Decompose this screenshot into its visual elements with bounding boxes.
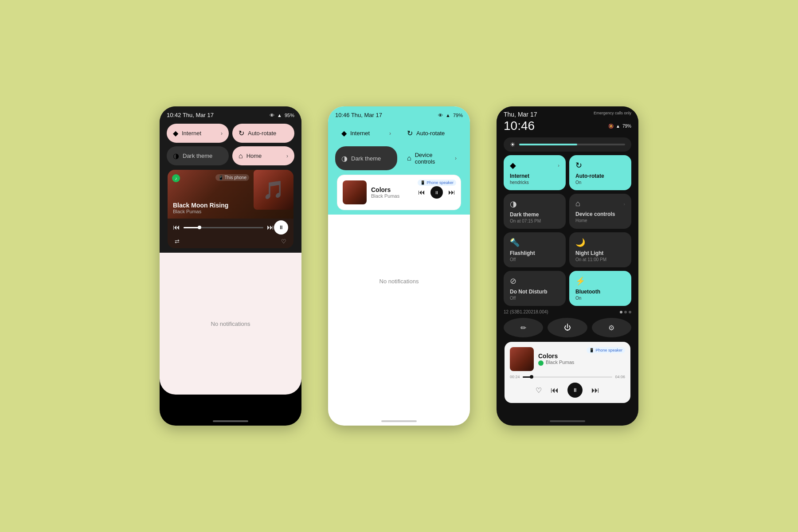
p3-tile-device-label: Device controls — [575, 211, 625, 217]
music-card-1: ♪ 📱 This phone 🎵 Black Moon Rising Black… — [168, 170, 293, 248]
pause-btn-2[interactable]: ⏸ — [430, 186, 443, 199]
home-icon: ⌂ — [239, 152, 243, 160]
qs-tile-darktheme-2[interactable]: ◑ Dark theme — [335, 146, 397, 170]
music-card-3: Colors Black Pumas 📱 Phone speaker 00:24 — [505, 342, 630, 403]
music-card-2: Colors Black Pumas 📱 Phone speaker ⏮ ⏸ ⏭ — [337, 175, 461, 210]
heart-icon[interactable]: ♡ — [281, 238, 286, 245]
p3-tile-internet-label: Internet — [510, 173, 559, 179]
p3-action-row: ✏ ⏻ ⚙ — [504, 318, 631, 337]
next-icon[interactable]: ⏭ — [267, 223, 274, 231]
status-icons-1: 👁 ▲ 95% — [270, 113, 294, 118]
brightness-fill — [519, 144, 577, 145]
tile-home-label: Home — [246, 153, 262, 159]
pause-button-1[interactable]: ⏸ — [274, 220, 288, 235]
music-title-3: Colors — [538, 352, 625, 360]
status-bar-2: 10:46 Thu, Mar 17 👁 ▲ 79% — [335, 112, 463, 118]
progress-bar-1 — [184, 227, 263, 228]
p3-music-controls: ♡ ⏮ ⏸ ⏭ — [510, 383, 625, 398]
p3-tile-bluetooth-label: Bluetooth — [575, 289, 625, 295]
home-indicator-1 — [213, 420, 248, 422]
qs-tile-home-1[interactable]: ⌂ Home › — [232, 146, 294, 165]
p3-time-total: 04:06 — [615, 375, 625, 379]
notification-area-2: No notifications — [328, 215, 470, 348]
flashlight-icon-p3: 🔦 — [510, 238, 520, 247]
prev-btn-2[interactable]: ⏮ — [418, 188, 425, 196]
p3-tile-flashlight-sub: Off — [510, 257, 559, 262]
chevron-p2-internet: › — [389, 130, 391, 137]
qs-tile-flashlight-3[interactable]: 🔦 Flashlight Off — [504, 232, 566, 267]
rotate-icon-p3: ↻ — [575, 160, 582, 170]
qs-tile-internet-1[interactable]: ◆ Internet › — [167, 124, 229, 143]
next-btn-3[interactable]: ⏭ — [591, 386, 599, 395]
chevron-home-icon: › — [286, 153, 288, 159]
music-artist-3: Black Pumas — [538, 360, 625, 365]
status-time-1: 10:42 Thu, Mar 17 — [167, 112, 214, 118]
qs-tile-internet-3[interactable]: ◆ › Internet hendricks — [504, 155, 566, 190]
p3-tile-autorotate-label: Auto-rotate — [575, 173, 625, 179]
brightness-bar[interactable] — [519, 144, 625, 145]
p3-version-label: 12 (S3B1.220218.004) — [504, 309, 548, 314]
artist-label-2: Black Pumas — [371, 193, 399, 199]
p3-progress-row: 00:24 04:06 — [510, 375, 625, 379]
album-art-2 — [343, 180, 367, 204]
qs-tile-internet-2[interactable]: ◆ Internet › — [335, 124, 397, 143]
qs-tile-autorotate-3[interactable]: ↻ Auto-rotate On — [569, 155, 631, 190]
chevron-p3-device: › — [623, 201, 625, 207]
edit-button-p3[interactable]: ✏ — [504, 318, 543, 337]
dnd-icon-p3: ⊘ — [510, 276, 516, 286]
p3-tile-nightlight-label: Night Light — [575, 250, 625, 256]
power-button-p3[interactable]: ⏻ — [548, 318, 587, 337]
qs-grid-1: ◆ Internet › ↻ Auto-rotate ◑ Dark theme … — [167, 124, 294, 165]
phone3-quick-settings: Thu, Mar 17 Emergency calls only 10:46 🔕… — [497, 106, 638, 407]
contrast-icon-p3: ◑ — [510, 199, 517, 209]
spotify-icon: ♪ — [172, 174, 180, 182]
qs-tile-dnd-3[interactable]: ⊘ Do Not Disturb Off — [504, 271, 566, 306]
eye-icon-2: 👁 — [438, 113, 443, 118]
phone-1: 10:42 Thu, Mar 17 👁 ▲ 95% ◆ Internet › ↻… — [160, 106, 301, 426]
tile-autorotate-label: Auto-rotate — [248, 130, 276, 137]
album-art-1: 🎵 — [254, 170, 293, 210]
qs-tile-autorotate-1[interactable]: ↻ Auto-rotate — [232, 124, 294, 143]
notification-area-1: No notifications — [160, 253, 301, 395]
p3-progress-bar[interactable] — [523, 376, 613, 378]
qs-tile-bluetooth-3[interactable]: ⚡ Bluetooth On — [569, 271, 631, 306]
rotate-icon: ↻ — [239, 129, 244, 137]
brightness-row: ☀ — [504, 137, 631, 152]
music-artist-1: Black Pumas — [173, 209, 228, 214]
tile-device-2-label: Device controls — [415, 152, 451, 165]
qs-tile-devicecontrols-2[interactable]: ⌂ Device controls › — [401, 146, 463, 170]
shuffle-icon[interactable]: ⇄ — [175, 238, 180, 245]
device-badge-1: 📱 This phone — [215, 174, 249, 181]
qs-tile-nightlight-3[interactable]: 🌙 Night Light On at 11:00 PM — [569, 232, 631, 267]
phone-3: Thu, Mar 17 Emergency calls only 10:46 🔕… — [497, 106, 638, 426]
home-icon-p3: ⌂ — [575, 199, 580, 208]
dot-1 — [620, 311, 622, 313]
sound-icon-p3: 🔕 — [608, 124, 614, 129]
next-btn-2[interactable]: ⏭ — [448, 188, 455, 196]
no-notifications-label-1: No notifications — [211, 321, 250, 327]
qs-tile-darktheme-3[interactable]: ◑ Dark theme On at 07:15 PM — [504, 194, 566, 229]
p3-time-row: 10:46 🔕 ▲ 79% — [504, 119, 631, 133]
tile-darktheme-label: Dark theme — [183, 153, 212, 159]
home-indicator-3 — [550, 420, 585, 422]
settings-button-p3[interactable]: ⚙ — [592, 318, 631, 337]
p3-time-current: 00:24 — [510, 375, 520, 379]
wifi-icon: ▲ — [277, 113, 282, 118]
prev-icon[interactable]: ⏮ — [173, 223, 180, 231]
p3-tile-dark-label: Dark theme — [510, 211, 559, 218]
tile-darktheme-2-label: Dark theme — [351, 155, 381, 162]
wifi-icon-p3: ▲ — [616, 124, 620, 129]
qs-tile-darktheme-1[interactable]: ◑ Dark theme — [167, 146, 229, 165]
prev-btn-3[interactable]: ⏮ — [551, 386, 559, 395]
rotate-icon-p2: ↻ — [407, 129, 413, 137]
qs-tile-autorotate-2[interactable]: ↻ Auto-rotate — [401, 124, 463, 143]
no-notifications-label-2: No notifications — [379, 278, 419, 285]
brightness-icon[interactable]: ☀ — [510, 141, 516, 148]
device-label-2: Phone speaker — [426, 180, 454, 185]
like-button-3[interactable]: ♡ — [536, 386, 542, 395]
qs-tile-devicecontrols-3[interactable]: ⌂ › Device controls Home — [569, 194, 631, 229]
p3-time: 10:46 — [504, 119, 535, 133]
pause-btn-3[interactable]: ⏸ — [567, 383, 583, 398]
dot-3 — [629, 311, 631, 313]
battery-p3: 79% — [622, 124, 631, 129]
